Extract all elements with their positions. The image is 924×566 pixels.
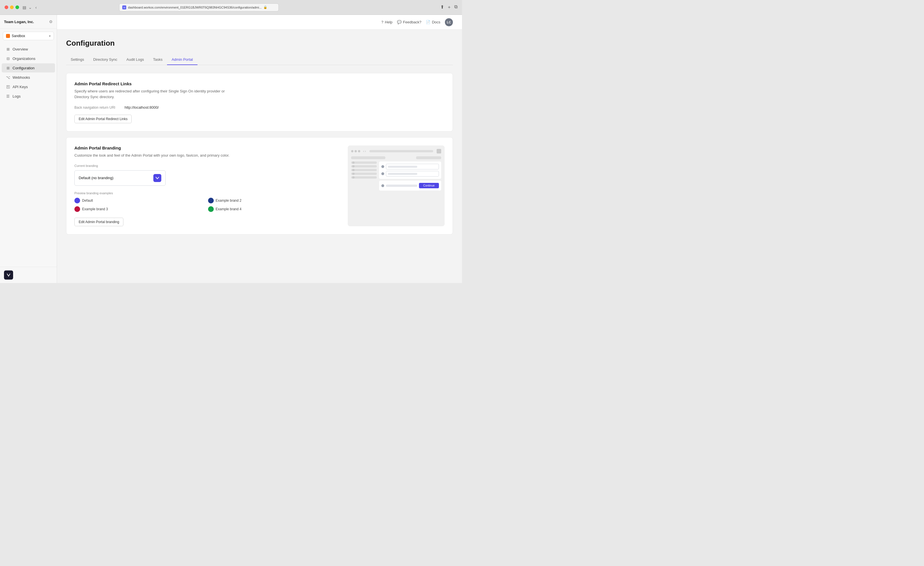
preview-back-icon: ‹ <box>363 149 364 153</box>
back-nav-field: Back navigation return URI http://localh… <box>74 105 445 110</box>
traffic-light-fullscreen[interactable] <box>15 5 19 9</box>
overview-icon: ⊞ <box>6 47 10 51</box>
preview-status-dot <box>381 184 384 187</box>
current-branding-label: Current branding <box>74 164 339 167</box>
brand-label-3: Example brand 3 <box>82 207 108 211</box>
avatar[interactable]: LC <box>445 18 453 26</box>
back-nav-label: Back navigation return URI <box>74 105 120 110</box>
split-view-icon[interactable]: ⧉ <box>454 4 458 10</box>
redirect-links-title: Admin Portal Redirect Links <box>74 81 445 86</box>
preview-sidebar-dot-4 <box>352 173 354 175</box>
preview-sidebar-dot-1 <box>352 161 354 164</box>
preview-line-1 <box>351 157 386 159</box>
brand-option-3[interactable]: Example brand 3 <box>74 206 205 212</box>
preview-sidebar-text-3 <box>356 169 376 171</box>
preview-url-bar <box>369 150 433 152</box>
preview-label: Preview branding examples <box>74 191 339 195</box>
preview-gear-icon <box>436 149 441 154</box>
preview-sidebar-text-2 <box>356 166 376 167</box>
edit-redirect-links-button[interactable]: Edit Admin Portal Redirect Links <box>74 115 132 123</box>
branding-workos-icon <box>153 174 161 182</box>
workos-favicon: W <box>122 5 126 9</box>
edit-branding-button[interactable]: Edit Admin Portal branding <box>74 218 123 226</box>
preview-sidebar-item-5 <box>351 176 377 179</box>
brand-circle-4 <box>208 206 214 212</box>
share-icon[interactable]: ⬆ <box>440 4 444 10</box>
feedback-button[interactable]: 💬 Feedback? <box>397 20 421 24</box>
preview-sidebar-text-1 <box>356 162 376 164</box>
redirect-links-description: Specify where users are redirected after… <box>74 89 240 99</box>
help-label: Help <box>385 20 393 24</box>
preview-forward-icon: › <box>365 149 366 153</box>
sidebar-item-logs[interactable]: ☰ Logs <box>2 92 55 101</box>
sandbox-dot-icon <box>6 34 10 38</box>
brand-circle-default <box>74 198 80 203</box>
url-text: dashboard.workos.com/environment_01ERG1B… <box>128 6 262 9</box>
back-nav-value: http://localhost:8000/ <box>124 105 159 110</box>
sidebar-item-label: Webhooks <box>12 75 30 80</box>
preview-top-lines <box>351 157 441 159</box>
preview-sidebar-item-1 <box>351 161 377 164</box>
tab-audit-logs[interactable]: Audit Logs <box>122 54 148 65</box>
sidebar-item-configuration[interactable]: ⊞ Configuration <box>2 63 55 72</box>
sidebar-item-label: Logs <box>12 94 21 98</box>
sidebar-item-organizations[interactable]: ⊟ Organizations <box>2 54 55 63</box>
tab-settings[interactable]: Settings <box>66 54 88 65</box>
tab-directory-sync[interactable]: Directory Sync <box>88 54 122 65</box>
feedback-label: Feedback? <box>403 20 421 24</box>
browser-back-button[interactable]: ‹ <box>35 5 37 10</box>
brand-label-default: Default <box>82 199 93 203</box>
sidebar-item-label: API Keys <box>12 85 28 89</box>
lock-icon: 🔒 <box>263 5 267 9</box>
browser-actions: ⬆ ＋ ⧉ <box>440 4 458 10</box>
preview-continue-button: Continue <box>419 183 439 188</box>
brand-option-2[interactable]: Example brand 2 <box>208 198 339 203</box>
preview-form-row-1 <box>381 164 439 169</box>
preview-sidebar-item-3 <box>351 169 377 171</box>
traffic-lights <box>4 5 19 9</box>
page-title: Configuration <box>66 39 453 48</box>
new-tab-icon[interactable]: ＋ <box>447 4 452 10</box>
branding-description: Customize the look and feel of the Admin… <box>74 153 240 158</box>
sidebar-header: Team Logan, Inc. ⚙ <box>0 15 57 29</box>
preview-main-layout: Continue <box>351 161 441 191</box>
browser-sidebar-toggle[interactable]: ▤ ⌄ <box>22 5 32 10</box>
sandbox-selector[interactable]: Sandbox ▾ <box>3 32 54 40</box>
sidebar-item-webhooks[interactable]: ⌥ Webhooks <box>2 73 55 82</box>
traffic-light-minimize[interactable] <box>10 5 14 9</box>
preview-input-line-1 <box>388 166 417 168</box>
preview-sidebar-dot-3 <box>352 169 354 171</box>
workos-logo <box>4 271 13 280</box>
branding-preview: ‹ › <box>348 146 445 226</box>
help-icon: ? <box>381 20 383 24</box>
redirect-links-card: Admin Portal Redirect Links Specify wher… <box>66 73 453 131</box>
team-name: Team Logan, Inc. <box>4 20 34 24</box>
sandbox-label: Sandbox <box>12 34 47 38</box>
brand-option-default[interactable]: Default <box>74 198 205 203</box>
preview-form-row-2 <box>381 171 439 176</box>
sidebar-item-overview[interactable]: ⊞ Overview <box>2 45 55 54</box>
preview-sidebar-item-4 <box>351 173 377 175</box>
branding-card: Admin Portal Branding Customize the look… <box>66 137 453 235</box>
docs-button[interactable]: 📄 Docs <box>426 20 440 24</box>
preview-sidebar-nav <box>351 161 377 191</box>
help-button[interactable]: ? Help <box>381 20 393 24</box>
top-bar: ? Help 💬 Feedback? 📄 Docs LC <box>57 15 462 30</box>
traffic-light-close[interactable] <box>4 5 8 9</box>
preview-content-card <box>379 161 441 179</box>
branding-selector[interactable]: Default (no branding) <box>74 170 166 186</box>
tab-tasks[interactable]: Tasks <box>148 54 167 65</box>
feedback-icon: 💬 <box>397 20 402 24</box>
sidebar-item-api-keys[interactable]: ⚿ API Keys <box>2 82 55 91</box>
tab-admin-portal[interactable]: Admin Portal <box>167 54 197 65</box>
preview-traffic-lights <box>351 150 360 152</box>
brand-option-4[interactable]: Example brand 4 <box>208 206 339 212</box>
preview-input-1 <box>386 164 439 169</box>
chevron-down-icon: ▾ <box>49 34 51 38</box>
configuration-icon: ⊞ <box>6 66 10 70</box>
team-settings-icon[interactable]: ⚙ <box>49 20 53 24</box>
preview-dot-2 <box>354 150 357 152</box>
back-arrow-icon: ‹ <box>35 5 37 10</box>
url-bar[interactable]: W dashboard.workos.com/environment_01ERG… <box>119 3 279 11</box>
brand-circle-2 <box>208 198 214 203</box>
